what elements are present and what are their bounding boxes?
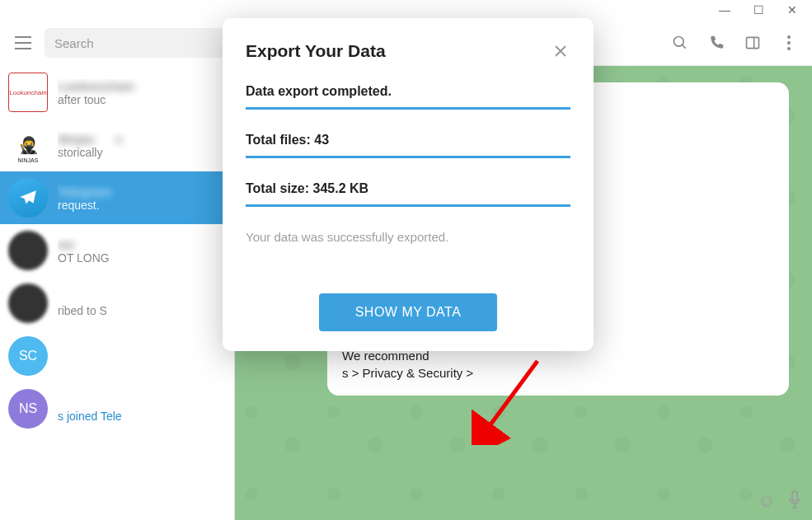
total-files-row: Total files: 43 xyxy=(246,133,570,158)
window-titlebar: — ☐ ✕ xyxy=(0,0,812,20)
svg-point-4 xyxy=(787,47,791,50)
avatar: Lookonchain xyxy=(8,73,48,112)
chat-title: Telegram xyxy=(58,185,226,199)
export-status-row: Data export completed. xyxy=(246,84,570,110)
chat-title: Ninjas s xyxy=(58,132,226,146)
chat-title xyxy=(58,290,226,304)
svg-point-2 xyxy=(787,35,791,39)
chat-item[interactable]: NS s joined Tele xyxy=(0,382,234,435)
close-icon[interactable] xyxy=(551,41,570,61)
chat-title: Lookonchain xyxy=(58,79,226,93)
chat-title xyxy=(58,396,226,410)
maximize-button[interactable]: ☐ xyxy=(753,3,764,16)
modal-title: Export Your Data xyxy=(246,41,386,61)
chat-item[interactable]: SC xyxy=(0,330,234,382)
chat-list: Lookonchain Lookonchain after touc 🥷 Nin… xyxy=(0,66,234,520)
chat-item[interactable]: 🥷 Ninjas s storically xyxy=(0,119,234,171)
menu-button[interactable] xyxy=(8,28,38,58)
chat-item-active[interactable]: Telegram request. xyxy=(0,171,234,224)
avatar xyxy=(8,283,48,323)
chat-title: ew xyxy=(58,237,226,251)
chat-preview: request. xyxy=(58,199,226,212)
svg-rect-5 xyxy=(792,491,797,501)
avatar: 🥷 xyxy=(8,125,48,165)
chat-preview: after touc xyxy=(58,93,226,106)
chat-item[interactable]: ew OT LONG xyxy=(0,224,234,277)
svg-point-3 xyxy=(787,41,791,45)
chat-title xyxy=(58,343,226,357)
avatar: NS xyxy=(8,389,48,429)
chat-preview: s joined Tele xyxy=(58,410,226,423)
chat-item[interactable]: Lookonchain Lookonchain after touc xyxy=(0,66,234,119)
search-icon[interactable] xyxy=(670,33,690,53)
total-size-row: Total size: 345.2 KB xyxy=(246,181,570,207)
search-placeholder: Search xyxy=(54,36,94,50)
more-icon[interactable] xyxy=(779,33,799,53)
svg-point-0 xyxy=(674,36,684,46)
chat-preview: storically xyxy=(58,146,226,159)
phone-icon[interactable] xyxy=(706,33,726,53)
chat-item[interactable]: ribed to S xyxy=(0,277,234,330)
sidebar: Search Lookonchain Lookonchain after tou… xyxy=(0,20,235,520)
avatar xyxy=(8,231,48,270)
mic-icon[interactable] xyxy=(787,490,802,513)
search-input[interactable]: Search xyxy=(45,28,226,58)
show-my-data-button[interactable]: SHOW MY DATA xyxy=(319,293,498,331)
emoji-icon[interactable]: ☺ xyxy=(758,490,776,513)
sidepanel-icon[interactable] xyxy=(743,33,763,53)
chat-preview xyxy=(58,357,226,370)
close-window-button[interactable]: ✕ xyxy=(787,3,797,16)
svg-rect-1 xyxy=(747,37,759,48)
avatar: SC xyxy=(8,336,48,376)
telegram-icon xyxy=(8,178,48,218)
export-note: Your data was successfully exported. xyxy=(246,230,570,244)
minimize-button[interactable]: — xyxy=(719,3,730,16)
chat-preview: ribed to S xyxy=(58,304,226,317)
chat-preview: OT LONG xyxy=(58,251,226,265)
export-data-modal: Export Your Data Data export completed. … xyxy=(223,18,594,351)
